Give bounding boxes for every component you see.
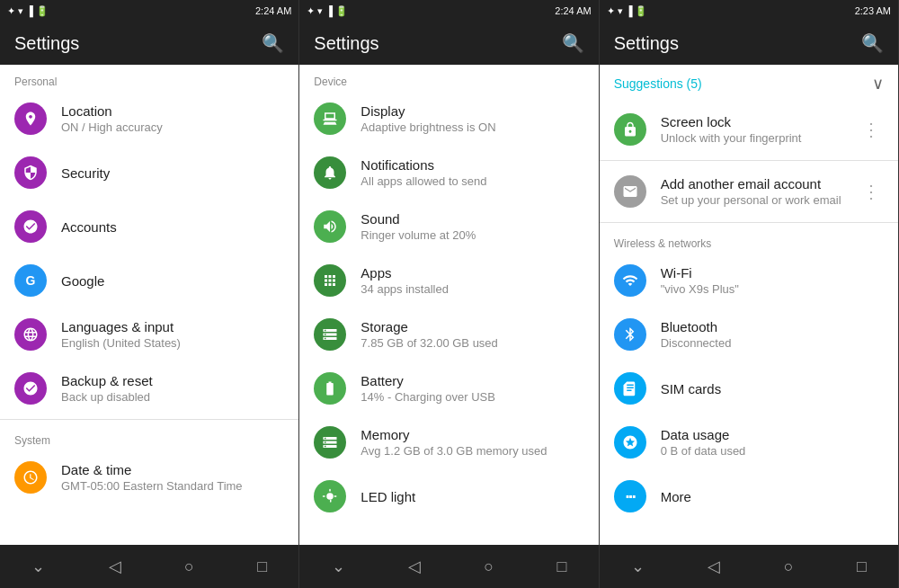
datetime-icon	[14, 461, 47, 494]
content-2: Device Display Adaptive brightness is ON…	[299, 65, 598, 545]
email-menu-icon[interactable]: ⋮	[859, 177, 884, 206]
storage-title: Storage	[360, 319, 583, 334]
backup-text: Backup & reset Back up disabled	[61, 373, 284, 404]
bottom-nav-1: ⌄ ◁ ○ □	[0, 545, 298, 588]
panel-3: ✦ ▾ ▐ 🔋 2:23 AM Settings 🔍 Suggestions (…	[600, 0, 899, 588]
nav-back-2[interactable]: ◁	[394, 549, 435, 584]
notifications-text: Notifications All apps allowed to send	[360, 157, 583, 188]
datausage-icon	[614, 426, 646, 459]
datetime-subtitle: GMT-05:00 Eastern Standard Time	[61, 479, 284, 493]
datausage-subtitle: 0 B of data used	[661, 444, 884, 458]
display-icon	[314, 102, 346, 135]
email-subtitle: Set up your personal or work email	[661, 193, 859, 207]
search-button-3[interactable]: 🔍	[861, 32, 884, 54]
bluetooth-icon	[614, 318, 646, 351]
screenlock-title: Screen lock	[661, 114, 859, 129]
item-memory[interactable]: Memory Avg 1.2 GB of 3.0 GB memory used	[299, 415, 598, 469]
item-language[interactable]: Languages & input English (United States…	[0, 307, 298, 361]
item-location[interactable]: Location ON / High accuracy	[0, 92, 298, 146]
bottom-nav-2: ⌄ ◁ ○ □	[299, 545, 598, 588]
accounts-icon	[14, 210, 47, 243]
screenlock-menu-icon[interactable]: ⋮	[859, 115, 884, 144]
search-button-1[interactable]: 🔍	[262, 32, 284, 54]
security-icon	[14, 156, 47, 189]
item-apps[interactable]: Apps 34 apps installed	[299, 254, 598, 307]
item-notifications[interactable]: Notifications All apps allowed to send	[299, 146, 598, 200]
section-label-personal: Personal	[0, 65, 298, 92]
accounts-title: Accounts	[61, 219, 284, 235]
item-bluetooth[interactable]: Bluetooth Disconnected	[600, 307, 898, 361]
bluetooth-text: Bluetooth Disconnected	[661, 319, 884, 350]
language-title: Languages & input	[61, 319, 284, 334]
wifi-text: Wi-Fi "vivo X9s Plus"	[661, 265, 884, 296]
item-wifi[interactable]: Wi-Fi "vivo X9s Plus"	[600, 254, 898, 307]
memory-subtitle: Avg 1.2 GB of 3.0 GB memory used	[360, 444, 583, 458]
language-subtitle: English (United States)	[61, 336, 284, 350]
led-text: LED light	[360, 489, 583, 504]
battery-icon	[314, 372, 346, 405]
storage-icon	[314, 318, 346, 351]
item-email[interactable]: Add another email account Set up your pe…	[600, 165, 898, 218]
nav-back-1[interactable]: ◁	[94, 549, 136, 584]
status-icons-left-3: ✦ ▾ ▐ 🔋	[607, 5, 648, 17]
status-time-1: 2:24 AM	[255, 5, 291, 16]
notifications-subtitle: All apps allowed to send	[360, 174, 583, 188]
item-more[interactable]: ··· More	[600, 469, 898, 523]
location-icon	[14, 102, 47, 135]
simcards-text: SIM cards	[661, 381, 884, 396]
item-battery[interactable]: Battery 14% - Charging over USB	[299, 361, 598, 415]
item-screenlock[interactable]: Screen lock Unlock with your fingerprint…	[600, 102, 898, 156]
nav-recents-1[interactable]: □	[243, 550, 281, 584]
sound-icon	[314, 210, 346, 243]
email-icon	[614, 175, 646, 208]
memory-text: Memory Avg 1.2 GB of 3.0 GB memory used	[360, 427, 583, 458]
top-bar-title-2: Settings	[314, 33, 378, 54]
top-bar-title-1: Settings	[14, 33, 79, 54]
datausage-text: Data usage 0 B of data used	[661, 427, 884, 458]
item-accounts[interactable]: Accounts	[0, 200, 298, 254]
nav-down-2[interactable]: ⌄	[317, 549, 360, 584]
top-bar-2: Settings 🔍	[299, 22, 598, 65]
bluetooth-status-icon-3: ✦	[607, 5, 615, 17]
email-title: Add another email account	[661, 176, 859, 192]
item-google[interactable]: G Google	[0, 254, 298, 307]
language-icon	[14, 318, 47, 351]
apps-title: Apps	[360, 265, 583, 281]
item-datetime[interactable]: Date & time GMT-05:00 Eastern Standard T…	[0, 450, 298, 504]
datausage-title: Data usage	[661, 427, 884, 442]
battery-subtitle: 14% - Charging over USB	[360, 390, 583, 404]
item-sound[interactable]: Sound Ringer volume at 20%	[299, 200, 598, 254]
screenlock-subtitle: Unlock with your fingerprint	[661, 131, 859, 145]
datetime-title: Date & time	[61, 462, 284, 477]
signal-status-icon-2: ▐	[325, 5, 333, 16]
backup-icon	[14, 372, 47, 405]
search-button-2[interactable]: 🔍	[562, 32, 584, 54]
suggestions-bar[interactable]: Suggestions (5) ∨	[600, 65, 898, 102]
nav-recents-2[interactable]: □	[543, 550, 582, 584]
nav-back-3[interactable]: ◁	[693, 549, 734, 584]
item-led[interactable]: LED light	[299, 469, 598, 523]
nav-recents-3[interactable]: □	[842, 550, 881, 584]
status-time-3: 2:23 AM	[855, 5, 891, 16]
item-simcards[interactable]: SIM cards	[600, 361, 898, 415]
memory-icon	[314, 426, 346, 459]
divider-suggestion-1	[600, 160, 898, 161]
item-backup[interactable]: Backup & reset Back up disabled	[0, 361, 298, 415]
status-time-2: 2:24 AM	[555, 5, 591, 16]
nav-home-1[interactable]: ○	[170, 550, 209, 584]
security-text: Security	[61, 165, 284, 181]
item-display[interactable]: Display Adaptive brightness is ON	[299, 92, 598, 146]
location-text: Location ON / High accuracy	[61, 103, 284, 134]
item-security[interactable]: Security	[0, 146, 298, 200]
item-datausage[interactable]: Data usage 0 B of data used	[600, 415, 898, 469]
nav-down-1[interactable]: ⌄	[17, 549, 59, 584]
nav-down-3[interactable]: ⌄	[617, 549, 659, 584]
nav-home-3[interactable]: ○	[770, 550, 808, 584]
suggestions-chevron-icon: ∨	[872, 74, 884, 94]
screenlock-icon	[614, 113, 646, 146]
led-icon	[314, 480, 346, 512]
nav-home-2[interactable]: ○	[469, 550, 508, 584]
battery-status-icon-2: 🔋	[335, 5, 348, 17]
item-storage[interactable]: Storage 7.85 GB of 32.00 GB used	[299, 307, 598, 361]
backup-title: Backup & reset	[61, 373, 284, 388]
